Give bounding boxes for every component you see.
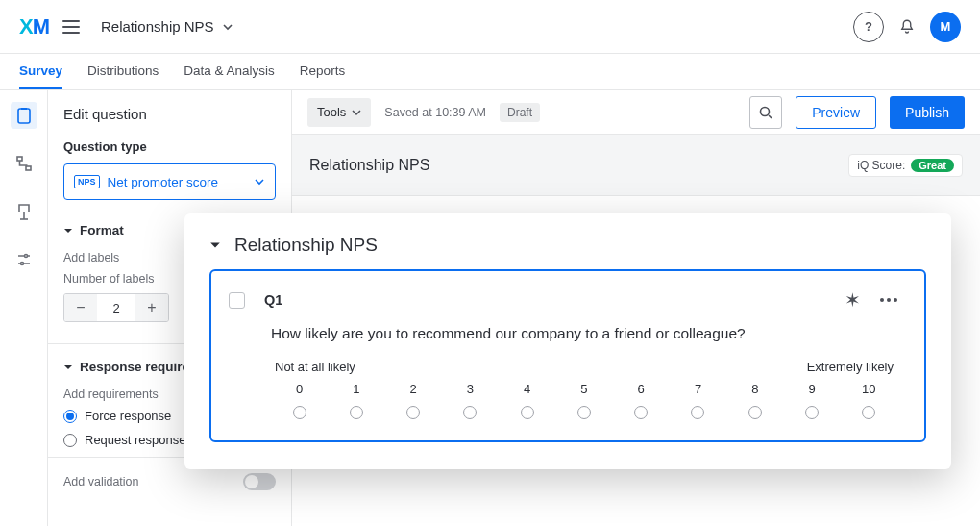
preview-button[interactable]: Preview [796,96,876,129]
svg-point-5 [761,107,770,115]
question-number: Q1 [264,292,282,308]
rail-look-icon[interactable] [11,198,37,225]
question-type-badge: NPS [74,175,100,188]
scale-radio[interactable] [805,406,819,419]
scale-radio[interactable] [521,406,534,419]
chevron-down-icon [222,21,233,33]
scale-radio[interactable] [691,406,704,419]
caret-down-icon [63,363,73,372]
question-more-icon[interactable] [880,298,897,302]
iq-score-badge: Great [911,159,954,172]
svg-point-3 [24,255,27,258]
rail-builder-icon[interactable] [11,102,37,129]
question-type-label: Question type [63,139,276,154]
canvas-toolbar: Tools Saved at 10:39 AM Draft Preview Pu… [292,90,980,135]
survey-title: Relationship NPS [309,157,429,174]
chevron-down-icon [352,108,361,117]
tools-button[interactable]: Tools [307,98,371,127]
scale-value-label: 1 [353,382,359,396]
scale-value-label: 10 [862,382,875,396]
scale-radio[interactable] [862,406,875,419]
scale-value-label: 0 [296,382,303,396]
scale-option-10: 10 [841,382,897,419]
radio-unchecked-icon [63,434,77,447]
tabs: Survey Distributions Data & Analysis Rep… [0,54,980,90]
scale-radio[interactable] [463,406,477,419]
tab-survey[interactable]: Survey [19,54,62,89]
iq-score[interactable]: iQ Score: Great [848,154,963,177]
question-type-value: Net promoter score [108,175,219,189]
scale-option-0: 0 [271,382,328,419]
svg-rect-2 [26,166,31,170]
scale-radio[interactable] [350,406,363,419]
scale-value-label: 9 [808,382,815,396]
scale-value-label: 7 [695,382,701,396]
chevron-down-icon [254,176,265,188]
scale-option-6: 6 [613,382,670,419]
svg-rect-0 [18,109,30,123]
left-rail [0,90,48,526]
question-select-checkbox[interactable] [229,292,245,309]
svg-rect-1 [17,157,22,161]
draft-status-pill: Draft [500,103,540,122]
radio-checked-icon [63,410,77,423]
question-card[interactable]: Q1 ✶ How likely are you to recommend our… [209,269,926,442]
question-block-card: Relationship NPS Q1 ✶ How likely are you… [184,213,951,469]
stepper-plus[interactable]: + [135,294,168,321]
logo: XM [19,14,49,39]
scale-radio[interactable] [748,406,762,419]
stepper-value: 2 [97,301,135,315]
scale-option-5: 5 [555,382,612,419]
tab-data-analysis[interactable]: Data & Analysis [184,54,275,89]
survey-search-button[interactable] [749,96,782,129]
scale-value-label: 4 [524,382,530,396]
block-header[interactable]: Relationship NPS [209,235,926,256]
block-title: Relationship NPS [234,235,378,256]
scale-value-label: 5 [580,382,587,396]
publish-button[interactable]: Publish [890,96,965,129]
scale-option-8: 8 [726,382,783,419]
rail-options-icon[interactable] [11,246,37,273]
scale-high-label: Extremely likely [807,360,894,374]
scale-option-7: 7 [670,382,726,419]
menu-icon[interactable] [62,20,80,34]
scale-radio[interactable] [634,406,648,419]
project-name: Relationship NPS [101,18,214,35]
scale-option-9: 9 [783,382,840,419]
scale-option-4: 4 [499,382,555,419]
stepper-minus[interactable]: − [64,294,97,321]
question-text[interactable]: How likely are you to recommend our comp… [271,325,897,342]
scale-radio[interactable] [406,406,420,419]
notifications-icon[interactable] [892,12,922,42]
search-icon [758,105,773,120]
help-icon[interactable]: ? [853,12,884,42]
scale-radio[interactable] [577,406,591,419]
scale-option-3: 3 [442,382,499,419]
question-type-select[interactable]: NPS Net promoter score [63,163,276,200]
validation-toggle[interactable] [243,473,276,490]
tab-distributions[interactable]: Distributions [87,54,159,89]
expertreview-star-icon[interactable]: ✶ [845,288,861,312]
scale-value-label: 8 [751,382,758,396]
svg-point-4 [20,263,23,265]
add-validation-label: Add validation [63,475,139,488]
edit-title: Edit question [63,106,276,122]
canvas-header: Relationship NPS iQ Score: Great [292,135,980,196]
num-labels-stepper: − 2 + [63,293,169,322]
scale-radio[interactable] [293,406,306,419]
scale-value-label: 2 [410,382,417,396]
project-picker[interactable]: Relationship NPS [101,18,233,35]
user-avatar[interactable]: M [930,12,961,42]
topbar: XM Relationship NPS ? M [0,0,980,54]
scale-low-label: Not at all likely [275,360,355,374]
add-validation-row: Add validation [63,473,276,490]
caret-down-icon [209,239,221,251]
scale-value-label: 6 [638,382,645,396]
rail-flow-icon[interactable] [11,150,37,177]
scale-value-label: 3 [467,382,474,396]
saved-at-label: Saved at 10:39 AM [384,106,486,119]
caret-down-icon [63,226,73,236]
scale-option-1: 1 [328,382,384,419]
tab-reports[interactable]: Reports [300,54,345,89]
nps-scale: Not at all likely Extremely likely 01234… [271,360,897,419]
